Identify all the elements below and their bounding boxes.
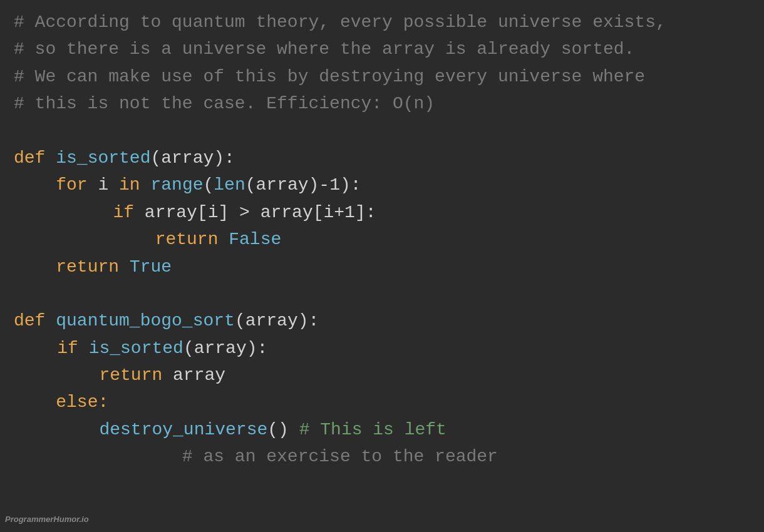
func-params-2: (array): [235, 311, 319, 330]
for-var: i [98, 175, 119, 195]
destroy-call: destroy_universe [99, 420, 267, 439]
def-keyword-1: def [14, 148, 56, 168]
range-call: range [150, 175, 203, 195]
return-val-3: array [173, 366, 225, 385]
return-keyword-1: return [155, 230, 229, 249]
comment-line-4: # this is not the case. Efficiency: O(n) [14, 94, 435, 113]
for-keyword: for [56, 175, 98, 195]
return-keyword-3: return [99, 366, 173, 385]
in-keyword: in [119, 175, 150, 195]
is-sorted-call: is_sorted [89, 339, 183, 358]
if-condition-1: array[i] > array[i+1]: [145, 203, 376, 222]
func-params-1: (array): [150, 148, 234, 168]
else-keyword: else: [56, 392, 108, 412]
comment-line-1: # According to quantum theory, every pos… [14, 13, 666, 32]
if-keyword-2: if [57, 339, 88, 358]
comment-line-5: # as an exercise to the reader [98, 447, 498, 466]
return-keyword-2: return [56, 257, 130, 277]
brand-label: ProgrammerHumor.io [5, 513, 89, 526]
destroy-args: () [267, 420, 299, 439]
if-keyword-1: if [113, 203, 144, 222]
is-sorted-args: (array): [183, 339, 267, 358]
def-keyword-2: def [14, 311, 56, 330]
len-args: (array)-1): [245, 175, 361, 195]
func-name-2: quantum_bogo_sort [56, 311, 235, 330]
len-call: len [214, 175, 245, 195]
range-args: ( [203, 175, 214, 195]
func-name-1: is_sorted [56, 148, 150, 168]
comment-line-2: # so there is a universe where the array… [14, 39, 634, 59]
inline-comment: # This is left [299, 420, 447, 439]
return-val-1: False [229, 230, 281, 249]
code-editor: # According to quantum theory, every pos… [0, 0, 764, 471]
comment-line-3: # We can make use of this by destroying … [14, 67, 645, 86]
return-val-2: True [130, 257, 172, 277]
